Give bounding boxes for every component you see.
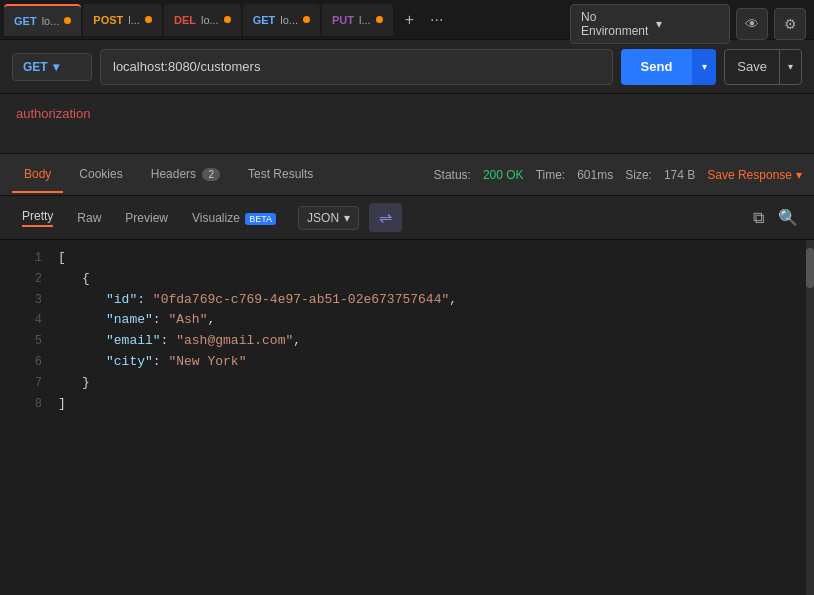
gear-icon: ⚙ <box>784 16 797 32</box>
line-number: 2 <box>12 269 42 289</box>
auth-panel: authorization <box>0 94 814 154</box>
send-button-group: Send ▾ <box>621 49 717 85</box>
format-select[interactable]: JSON ▾ <box>298 206 359 230</box>
url-bar: GET ▾ Send ▾ Save ▾ <box>0 40 814 94</box>
code-line: 6"city": "New York" <box>0 352 814 373</box>
copy-button[interactable]: ⧉ <box>749 204 768 231</box>
tab-get-2[interactable]: GET lo... <box>243 4 320 36</box>
scrollbar[interactable] <box>806 240 814 595</box>
code-line: 2{ <box>0 269 814 290</box>
tab-body-label: Body <box>24 167 51 181</box>
line-content: [ <box>58 248 66 269</box>
status-value: 200 OK <box>483 168 524 182</box>
method-value: GET <box>23 60 48 74</box>
status-label: Status: <box>434 168 471 182</box>
line-number: 7 <box>12 373 42 393</box>
save-button[interactable]: Save <box>725 50 779 84</box>
view-tab-raw-label: Raw <box>77 211 101 225</box>
view-tab-pretty[interactable]: Pretty <box>12 204 63 232</box>
line-number: 6 <box>12 352 42 372</box>
json-code-area[interactable]: 1[2{3"id": "0fda769c-c769-4e97-ab51-02e6… <box>0 240 814 422</box>
save-response-button[interactable]: Save Response ▾ <box>707 168 802 182</box>
tab-put-1[interactable]: PUT l... <box>322 4 393 36</box>
tab-actions: + ··· <box>399 7 450 33</box>
chevron-down-icon: ▾ <box>53 60 59 74</box>
size-label: Size: <box>625 168 652 182</box>
time-label: Time: <box>536 168 566 182</box>
line-number: 4 <box>12 310 42 330</box>
line-content: { <box>58 269 90 290</box>
line-number: 3 <box>12 290 42 310</box>
tab-label-2: l... <box>128 14 140 26</box>
tab-get-1[interactable]: GET lo... <box>4 4 81 36</box>
view-tab-preview-label: Preview <box>125 211 168 225</box>
size-value: 174 B <box>664 168 695 182</box>
save-button-group: Save ▾ <box>724 49 802 85</box>
tab-cookies[interactable]: Cookies <box>67 157 134 193</box>
tab-label-5: l... <box>359 14 371 26</box>
eye-icon-button[interactable]: 👁 <box>736 8 768 40</box>
tab-del-1[interactable]: DEL lo... <box>164 4 241 36</box>
tab-label-3: lo... <box>201 14 219 26</box>
scrollbar-thumb <box>806 248 814 288</box>
time-value: 601ms <box>577 168 613 182</box>
tab-label-4: lo... <box>280 14 298 26</box>
line-content: "id": "0fda769c-c769-4e97-ab51-02e673757… <box>58 290 457 311</box>
response-status: Status: 200 OK Time: 601ms Size: 174 B S… <box>434 168 802 182</box>
environment-select[interactable]: No Environment ▾ <box>570 4 730 44</box>
view-tab-preview[interactable]: Preview <box>115 206 178 230</box>
search-button[interactable]: 🔍 <box>774 204 802 231</box>
chevron-down-icon: ▾ <box>796 168 802 182</box>
line-number: 8 <box>12 394 42 414</box>
code-wrapper: 1[2{3"id": "0fda769c-c769-4e97-ab51-02e6… <box>0 240 814 595</box>
tab-test-results[interactable]: Test Results <box>236 157 325 193</box>
code-line: 8] <box>0 394 814 415</box>
chevron-down-icon: ▾ <box>656 17 719 31</box>
environment-bar: No Environment ▾ 👁 ⚙ <box>570 4 806 44</box>
line-content: "email": "ash@gmail.com", <box>58 331 301 352</box>
tab-body[interactable]: Body <box>12 157 63 193</box>
line-content: "city": "New York" <box>58 352 246 373</box>
tab-test-results-label: Test Results <box>248 167 313 181</box>
main-content: GET ▾ Send ▾ Save ▾ authorization Body C… <box>0 40 814 595</box>
authorization-link[interactable]: authorization <box>16 106 90 121</box>
tab-method-3: DEL <box>174 14 196 26</box>
format-value: JSON <box>307 211 339 225</box>
chevron-down-icon: ▾ <box>788 61 793 72</box>
tab-dot-1 <box>64 17 71 24</box>
tab-dot-4 <box>303 16 310 23</box>
headers-badge: 2 <box>202 168 220 181</box>
wrap-button[interactable]: ⇌ <box>369 203 402 232</box>
tab-bar: GET lo... POST l... DEL lo... GET lo... … <box>0 0 814 40</box>
view-tab-visualize[interactable]: Visualize BETA <box>182 206 286 230</box>
tab-headers[interactable]: Headers 2 <box>139 157 232 193</box>
tab-dot-2 <box>145 16 152 23</box>
send-button[interactable]: Send <box>621 49 693 85</box>
beta-badge: BETA <box>245 213 276 225</box>
tab-label-1: lo... <box>42 15 60 27</box>
line-number: 5 <box>12 331 42 351</box>
code-line: 3"id": "0fda769c-c769-4e97-ab51-02e67375… <box>0 290 814 311</box>
view-tab-pretty-label: Pretty <box>22 209 53 223</box>
code-line: 7} <box>0 373 814 394</box>
line-content: } <box>58 373 90 394</box>
url-input[interactable] <box>100 49 613 85</box>
code-line: 5"email": "ash@gmail.com", <box>0 331 814 352</box>
tab-method-4: GET <box>253 14 276 26</box>
method-select[interactable]: GET ▾ <box>12 53 92 81</box>
code-line: 4"name": "Ash", <box>0 310 814 331</box>
save-dropdown-button[interactable]: ▾ <box>779 50 801 84</box>
view-tab-raw[interactable]: Raw <box>67 206 111 230</box>
settings-icon-button[interactable]: ⚙ <box>774 8 806 40</box>
line-content: "name": "Ash", <box>58 310 215 331</box>
tab-headers-label: Headers <box>151 167 196 181</box>
tab-post-1[interactable]: POST l... <box>83 4 162 36</box>
more-tabs-button[interactable]: ··· <box>424 7 449 33</box>
send-dropdown-button[interactable]: ▾ <box>692 49 716 85</box>
tab-dot-5 <box>376 16 383 23</box>
code-line: 1[ <box>0 248 814 269</box>
tab-method-5: PUT <box>332 14 354 26</box>
view-tab-visualize-label: Visualize <box>192 211 240 225</box>
line-number: 1 <box>12 248 42 268</box>
add-tab-button[interactable]: + <box>399 7 420 33</box>
